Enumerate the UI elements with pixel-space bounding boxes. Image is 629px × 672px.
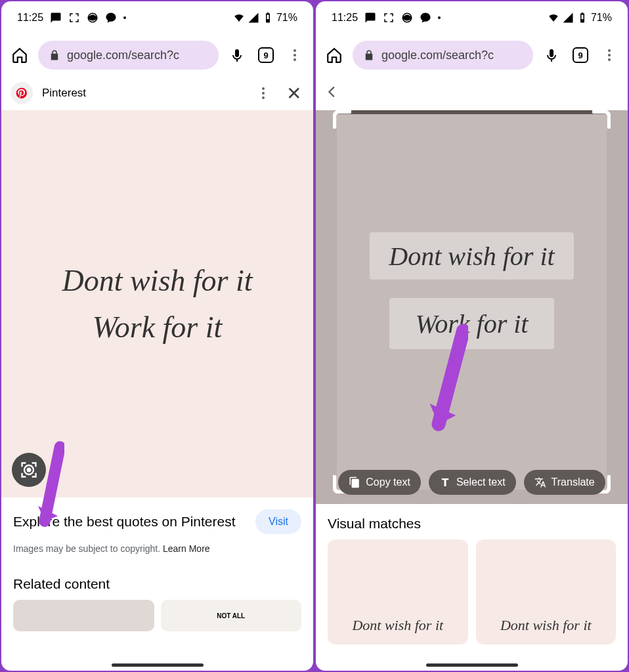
screenshot-icon [383, 12, 395, 24]
status-bar: 11:25 71% [1, 1, 313, 34]
visual-match-tile[interactable]: Dont wish for it [328, 539, 468, 644]
crop-frame[interactable]: Dont wish for it Work for it [337, 110, 607, 490]
mic-button[interactable] [227, 45, 248, 66]
message-icon [364, 12, 376, 24]
back-button[interactable] [325, 85, 339, 102]
crop-handle-icon[interactable] [333, 110, 351, 129]
phone-screenshot-right: 11:25 71% google.com/search?c 9 [316, 1, 628, 671]
battery-icon [262, 12, 274, 24]
wifi-icon [548, 12, 559, 24]
chat-icon [420, 12, 431, 24]
url-text: google.com/search?c [381, 49, 494, 62]
mic-button[interactable] [541, 45, 562, 66]
image-detail-row: Explore the best quotes on Pinterest Vis… [1, 497, 313, 538]
source-name[interactable]: Pinterest [42, 87, 86, 100]
visit-button[interactable]: Visit [255, 509, 301, 534]
overflow-menu-button[interactable] [284, 45, 305, 66]
quote-image[interactable]: Dont wish for it Work for it [1, 110, 313, 497]
crop-handle-icon[interactable] [592, 110, 611, 129]
translate-button[interactable]: Translate [524, 470, 605, 495]
home-button[interactable] [9, 45, 30, 66]
dot-icon [438, 16, 441, 19]
image-source-header: Pinterest ✕ [1, 76, 313, 110]
quote-line-2: Work for it [93, 310, 223, 345]
wifi-icon [233, 12, 245, 24]
tabs-count: 9 [258, 47, 274, 63]
lens-action-bar: Copy text Select text Translate [322, 470, 621, 495]
browser-toolbar: google.com/search?c 9 [316, 34, 628, 76]
carrier-icon [87, 12, 98, 24]
battery-icon [576, 12, 588, 24]
message-icon [50, 12, 62, 24]
tabs-count: 9 [573, 47, 588, 63]
lens-crop-area[interactable]: Dont wish for it Work for it Copy text S… [316, 110, 628, 504]
tabs-button[interactable]: 9 [570, 45, 591, 66]
signal-icon [562, 12, 574, 24]
copy-icon [349, 476, 360, 488]
quote-line-1: Dont wish for it [62, 263, 252, 298]
more-options-button[interactable] [253, 87, 274, 99]
nav-handle[interactable] [426, 663, 518, 667]
lens-back-header [316, 76, 628, 110]
related-thumbnail[interactable] [13, 600, 154, 631]
close-button[interactable]: ✕ [283, 83, 304, 104]
visual-matches-grid: Dont wish for it Dont wish for it [316, 539, 628, 644]
related-thumbnail[interactable]: NOT ALL [161, 600, 302, 631]
copy-text-button[interactable]: Copy text [338, 470, 421, 495]
home-button[interactable] [324, 45, 345, 66]
pinterest-logo-icon [11, 82, 33, 104]
status-bar: 11:25 71% [316, 1, 628, 34]
lock-icon [49, 49, 60, 61]
copyright-notice: Images may be subject to copyright. Lear… [1, 538, 313, 563]
learn-more-link[interactable]: Learn More [163, 543, 210, 554]
detected-text-line[interactable]: Dont wish for it [370, 232, 574, 280]
url-bar[interactable]: google.com/search?c [38, 41, 219, 70]
signal-icon [248, 12, 259, 24]
url-bar[interactable]: google.com/search?c [353, 41, 533, 70]
detected-text-line[interactable]: Work for it [389, 298, 554, 349]
select-text-button[interactable]: Select text [429, 470, 516, 495]
google-lens-button[interactable] [12, 453, 46, 487]
carrier-icon [401, 12, 413, 24]
svg-point-1 [27, 468, 32, 472]
battery-percent: 71% [276, 12, 297, 24]
clock: 11:25 [17, 12, 43, 24]
tabs-button[interactable]: 9 [255, 45, 276, 66]
browser-toolbar: google.com/search?c 9 [1, 34, 313, 76]
url-text: google.com/search?c [67, 49, 179, 62]
overflow-menu-button[interactable] [599, 45, 620, 66]
battery-percent: 71% [591, 12, 612, 24]
nav-handle[interactable] [112, 663, 204, 667]
visual-matches-heading: Visual matches [316, 504, 628, 539]
chat-icon [105, 12, 117, 24]
screenshot-icon [68, 12, 80, 24]
translate-icon [534, 476, 546, 488]
image-title: Explore the best quotes on Pinterest [13, 513, 248, 530]
text-icon [439, 476, 451, 488]
related-content-heading: Related content [1, 563, 313, 600]
dot-icon [123, 16, 126, 19]
phone-screenshot-left: 11:25 71% google.com/search?c 9 [1, 1, 313, 671]
lock-icon [363, 49, 375, 61]
clock: 11:25 [332, 12, 358, 24]
visual-match-tile[interactable]: Dont wish for it [476, 539, 617, 644]
related-thumbnails: NOT ALL [1, 600, 313, 631]
